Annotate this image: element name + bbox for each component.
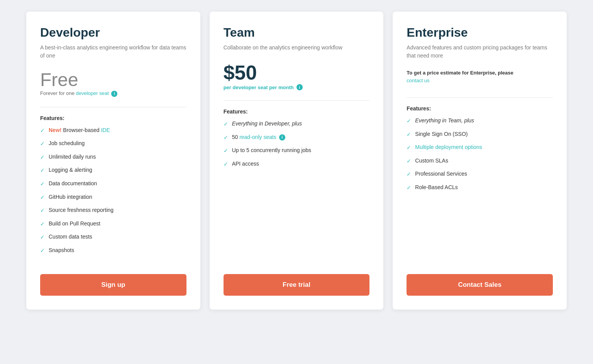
list-item: ✓ Role-Based ACLs — [407, 184, 553, 192]
developer-description: A best-in-class analytics engineering wo… — [40, 44, 186, 60]
enterprise-contact-section: To get a price estimate for Enterprise, … — [407, 69, 553, 84]
check-icon: ✓ — [224, 134, 228, 142]
multiple-deployment-link[interactable]: Multiple deployment options — [415, 144, 482, 151]
check-icon: ✓ — [407, 117, 411, 125]
check-icon: ✓ — [40, 154, 45, 161]
developer-divider — [40, 107, 186, 107]
enterprise-contact-link[interactable]: contact us — [407, 78, 429, 83]
pricing-grid: Developer A best-in-class analytics engi… — [26, 12, 567, 310]
check-icon: ✓ — [40, 220, 45, 228]
check-icon: ✓ — [40, 247, 45, 255]
list-item: ✓ Everything in Team, plus — [407, 117, 553, 125]
read-only-seats-info-icon[interactable]: i — [279, 134, 285, 141]
team-divider — [224, 100, 370, 101]
team-price-section: $50 per developer seat per month i — [224, 61, 370, 90]
check-icon: ✓ — [40, 180, 45, 188]
developer-price-section: Free Forever for one developer seat i — [40, 69, 186, 97]
developer-seat-info-icon[interactable]: i — [111, 91, 117, 97]
list-item: ✓ Data documentation — [40, 180, 186, 188]
team-card: Team Collaborate on the analytics engine… — [210, 12, 384, 310]
list-item: ✓ Single Sign On (SSO) — [407, 130, 553, 139]
check-icon: ✓ — [224, 147, 228, 155]
check-icon: ✓ — [224, 161, 228, 168]
enterprise-title: Enterprise — [407, 25, 553, 40]
check-icon: ✓ — [407, 171, 411, 178]
new-badge: New! — [49, 127, 61, 133]
team-title: Team — [224, 25, 370, 40]
list-item: ✓ 50 read-only seats i — [224, 134, 370, 142]
developer-card: Developer A best-in-class analytics engi… — [26, 12, 200, 310]
list-item: ✓ Build on Pull Request — [40, 220, 186, 228]
list-item: ✓ Everything in Developer, plus — [224, 120, 370, 128]
developer-features-label: Features: — [40, 115, 186, 121]
team-price: $50 — [224, 61, 370, 84]
check-icon: ✓ — [407, 144, 411, 152]
enterprise-contact-text: To get a price estimate for Enterprise, … — [407, 69, 553, 84]
list-item: ✓ Logging & alerting — [40, 166, 186, 174]
check-icon: ✓ — [40, 167, 45, 174]
developer-price-subtitle: Forever for one developer seat i — [40, 90, 186, 97]
list-item: ✓ Unlimited daily runs — [40, 153, 186, 161]
list-item: ✓ Custom SLAs — [407, 157, 553, 165]
list-item: ✓ Snapshots — [40, 247, 186, 255]
list-item: ✓ Custom data tests — [40, 233, 186, 241]
check-icon: ✓ — [407, 157, 411, 165]
check-icon: ✓ — [40, 140, 45, 148]
enterprise-divider — [407, 97, 553, 98]
developer-title: Developer — [40, 25, 186, 40]
read-only-seats-link[interactable]: read-only seats — [239, 134, 276, 140]
enterprise-feature-list: ✓ Everything in Team, plus ✓ Single Sign… — [407, 117, 553, 260]
team-price-info-icon[interactable]: i — [296, 84, 303, 90]
ide-link[interactable]: IDE — [101, 127, 110, 133]
check-icon: ✓ — [40, 234, 45, 241]
team-feature-list: ✓ Everything in Developer, plus ✓ 50 rea… — [224, 120, 370, 260]
check-icon: ✓ — [407, 131, 411, 139]
team-cta-button[interactable]: Free trial — [224, 274, 370, 296]
list-item: ✓ Source freshness reporting — [40, 207, 186, 215]
developer-seat-link[interactable]: developer seat — [76, 90, 109, 96]
enterprise-card: Enterprise Advanced features and custom … — [393, 12, 567, 310]
check-icon: ✓ — [224, 120, 228, 128]
check-icon: ✓ — [40, 207, 45, 215]
list-item: ✓ API access — [224, 160, 370, 168]
check-icon: ✓ — [407, 184, 411, 192]
list-item: ✓ New! Browser-based IDE — [40, 127, 186, 135]
enterprise-features-label: Features: — [407, 105, 553, 112]
list-item: ✓ Up to 5 concurrently running jobs — [224, 147, 370, 155]
team-features-label: Features: — [224, 108, 370, 115]
list-item: ✓ Multiple deployment options — [407, 144, 553, 152]
developer-cta-button[interactable]: Sign up — [40, 274, 186, 296]
check-icon: ✓ — [40, 127, 45, 135]
enterprise-cta-button[interactable]: Contact Sales — [407, 274, 553, 296]
developer-feature-list: ✓ New! Browser-based IDE ✓ Job schedulin… — [40, 127, 186, 260]
check-icon: ✓ — [40, 194, 45, 201]
list-item: ✓ Professional Services — [407, 170, 553, 178]
developer-price: Free — [40, 69, 186, 90]
team-description: Collaborate on the analytics engineering… — [224, 44, 370, 52]
enterprise-description: Advanced features and custom pricing pac… — [407, 44, 553, 60]
list-item: ✓ Job scheduling — [40, 140, 186, 148]
team-price-subtitle: per developer seat per month i — [224, 84, 370, 90]
list-item: ✓ GitHub integration — [40, 193, 186, 201]
